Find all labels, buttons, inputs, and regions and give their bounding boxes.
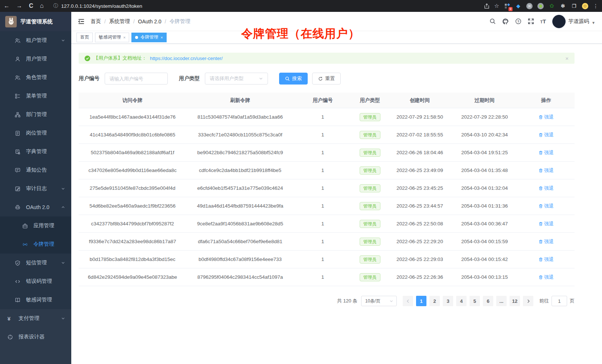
tab-令牌管理[interactable]: 令牌管理× bbox=[131, 33, 166, 42]
alert-close-icon[interactable]: × bbox=[565, 55, 569, 62]
alert-doc-link[interactable]: https://doc.iocoder.cn/user-center/ bbox=[150, 56, 223, 61]
search-icon[interactable] bbox=[490, 18, 496, 24]
sidebar-item-oauth2-app[interactable]: 应用管理 bbox=[0, 216, 71, 235]
browser-reload-icon[interactable]: C bbox=[29, 3, 33, 9]
created-time-cell: 2022-06-25 22:29:20 bbox=[388, 239, 451, 244]
app-logo[interactable]: 芋道管理系统 bbox=[0, 12, 71, 31]
sidebar-item-dept[interactable]: 部门管理 bbox=[0, 105, 71, 124]
user-icon bbox=[15, 56, 21, 62]
force-logout-button[interactable]: 强退 bbox=[539, 238, 554, 245]
force-logout-button[interactable]: 强退 bbox=[539, 221, 554, 227]
sidebar-item-sms[interactable]: 短信管理 bbox=[0, 254, 71, 272]
extension-flower-icon[interactable]: ✻ bbox=[560, 3, 566, 9]
sidebar-item-audit[interactable]: 审计日志 bbox=[0, 179, 71, 198]
prev-page-button[interactable] bbox=[403, 296, 413, 306]
browser-forward-icon[interactable]: → bbox=[16, 3, 22, 9]
yen-icon: ¥ bbox=[7, 315, 13, 322]
extension-reader-icon[interactable]: ❐ bbox=[571, 3, 577, 9]
page-button-5[interactable]: 5 bbox=[470, 296, 480, 306]
column-header: 操作 bbox=[518, 97, 575, 104]
github-icon[interactable] bbox=[502, 18, 509, 25]
sidebar-item-menu[interactable]: 菜单管理 bbox=[0, 87, 71, 105]
force-logout-button[interactable]: 强退 bbox=[539, 114, 554, 120]
force-logout-button[interactable]: 强退 bbox=[539, 167, 554, 174]
close-icon[interactable]: × bbox=[160, 35, 163, 40]
site-info-icon[interactable]: ⓘ bbox=[53, 3, 58, 9]
page-button-3[interactable]: 3 bbox=[443, 296, 453, 306]
extension-record-icon[interactable] bbox=[537, 3, 544, 9]
breadcrumb-item[interactable]: 系统管理 bbox=[109, 18, 130, 25]
bookmark-star-icon[interactable]: ☆ bbox=[494, 3, 499, 9]
force-logout-button[interactable]: 强退 bbox=[539, 203, 554, 209]
force-logout-button[interactable]: 强退 bbox=[539, 185, 554, 192]
trash-icon bbox=[539, 275, 543, 279]
sidebar-item-notice[interactable]: 通知公告 bbox=[0, 161, 71, 179]
sidebar-item-role[interactable]: 角色管理 bbox=[0, 68, 71, 87]
user-menu[interactable]: 芋道源码 ▼ bbox=[552, 15, 595, 28]
help-icon[interactable]: ? bbox=[515, 18, 521, 24]
page-button-4[interactable]: 4 bbox=[456, 296, 467, 306]
sidebar-item-report[interactable]: 报表设计器 bbox=[0, 328, 71, 346]
sidebar-item-errcode[interactable]: 错误码管理 bbox=[0, 272, 71, 291]
force-logout-button[interactable]: 强退 bbox=[539, 132, 554, 138]
goto-label: 前往 bbox=[539, 298, 549, 304]
expire-time-cell: 2054-03-04 01:32:04 bbox=[451, 185, 518, 191]
user-type-tag: 管理员 bbox=[360, 273, 380, 281]
refresh-token-cell: 49d1aa46d1454fbd87591444423be9fa bbox=[186, 203, 294, 209]
sidebar-item-post[interactable]: 岗位管理 bbox=[0, 124, 71, 142]
sidebar-item-oauth2[interactable]: OAuth 2.0 bbox=[0, 198, 71, 216]
refresh-icon bbox=[318, 76, 323, 81]
user-type-select[interactable]: 请选择用户类型 bbox=[205, 73, 268, 85]
expire-time-cell: 2054-03-04 00:15:42 bbox=[451, 257, 518, 262]
table-row: b0d1785bc3a8482f812db4a3f3bd15ecb0df4980… bbox=[79, 251, 575, 268]
extension-gem-icon[interactable]: ◆ bbox=[515, 3, 521, 9]
browser-back-icon[interactable]: ← bbox=[4, 3, 10, 9]
actions-cell: 强退 bbox=[518, 114, 575, 120]
goto-page-input[interactable] bbox=[552, 296, 567, 306]
sidebar-item-oauth2-token[interactable]: 令牌管理 bbox=[0, 235, 71, 254]
profile-avatar-icon[interactable]: ☺ bbox=[582, 3, 588, 9]
breadcrumb-separator: / bbox=[104, 19, 106, 24]
breadcrumb-item[interactable]: 首页 bbox=[91, 18, 101, 25]
sidebar-item-tenant[interactable]: 租户管理 bbox=[0, 31, 71, 50]
sidebar-item-dict[interactable]: 字典管理 bbox=[0, 142, 71, 161]
user-type-placeholder: 请选择用户类型 bbox=[210, 75, 243, 82]
extension-command-icon[interactable]: ⌘ bbox=[526, 3, 533, 9]
page-button-6[interactable]: 6 bbox=[483, 296, 493, 306]
sidebar-item-sensitive[interactable]: 敏感词管理 bbox=[0, 291, 71, 309]
page-button-2[interactable]: 2 bbox=[429, 296, 440, 306]
tab-首页[interactable]: 首页 bbox=[76, 33, 93, 42]
sidebar-item-pay[interactable]: ¥支付管理 bbox=[0, 309, 71, 328]
browser-home-icon[interactable]: ⌂ bbox=[40, 2, 44, 10]
page-size-select[interactable]: 10条/页 bbox=[361, 296, 397, 306]
force-logout-button[interactable]: 强退 bbox=[539, 256, 554, 263]
table-row: 502375b8040a469a9b82188afdf6af1fbe90422b… bbox=[79, 144, 575, 162]
page-button-1[interactable]: 1 bbox=[416, 296, 426, 306]
page-button-12[interactable]: 12 bbox=[510, 296, 520, 306]
browser-menu-icon[interactable]: ⋮ bbox=[593, 3, 598, 9]
fullscreen-icon[interactable] bbox=[528, 18, 534, 24]
expire-time-cell: 2054-03-04 00:13:15 bbox=[451, 274, 518, 280]
next-page-button[interactable] bbox=[523, 296, 533, 306]
user-id-cell: 1 bbox=[294, 185, 351, 191]
share-icon[interactable] bbox=[484, 3, 490, 9]
user-id-input[interactable] bbox=[105, 73, 168, 85]
close-icon[interactable]: × bbox=[123, 35, 125, 40]
expire-time-cell: 2054-03-04 00:36:47 bbox=[451, 221, 518, 226]
sidebar-item-user[interactable]: 用户管理 bbox=[0, 50, 71, 68]
reset-button[interactable]: 重置 bbox=[312, 73, 341, 85]
force-logout-button[interactable]: 强退 bbox=[539, 149, 554, 156]
font-size-icon[interactable]: TT bbox=[540, 18, 546, 24]
address-bar[interactable]: ⓘ 127.0.0.1:1024/system/oauth2/token bbox=[49, 1, 479, 10]
extension-star-icon[interactable]: ✩ bbox=[549, 3, 555, 9]
page-ellipsis[interactable]: ... bbox=[496, 296, 507, 306]
table-row: 6d842e2924594de9a09e45e087323abe8796295f… bbox=[79, 268, 575, 286]
force-logout-button[interactable]: 强退 bbox=[539, 274, 554, 281]
hamburger-icon[interactable] bbox=[78, 18, 85, 25]
extension-blocks-icon[interactable]: 9 bbox=[504, 3, 510, 9]
breadcrumb-item[interactable]: OAuth 2.0 bbox=[138, 19, 161, 24]
search-button[interactable]: 搜索 bbox=[279, 73, 308, 85]
tab-敏感词管理[interactable]: 敏感词管理× bbox=[95, 33, 129, 42]
actions-cell: 强退 bbox=[518, 221, 575, 227]
url-text: 127.0.0.1:1024/system/oauth2/token bbox=[61, 3, 142, 9]
